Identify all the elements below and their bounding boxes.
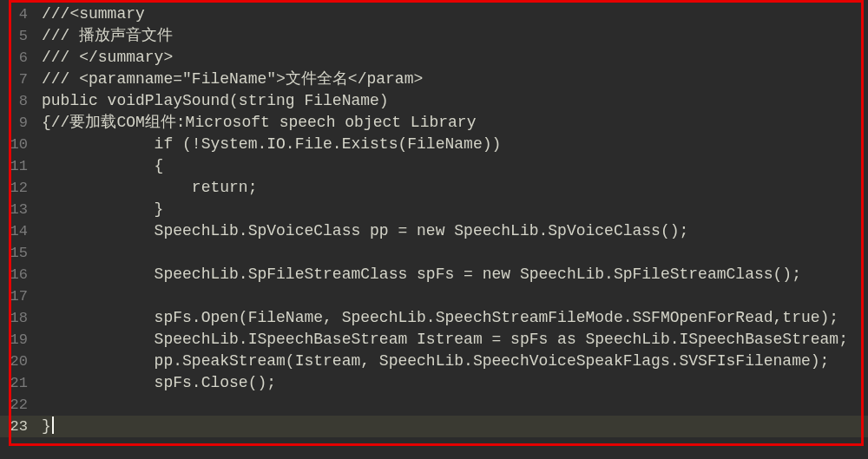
code-text[interactable]: SpeechLib.SpVoiceClass pp = new SpeechLi… (30, 220, 868, 242)
code-line[interactable]: 12 return; (0, 177, 868, 199)
code-text[interactable]: {//要加载COM组件:Microsoft speech object Libr… (30, 112, 868, 134)
code-line[interactable]: 9{//要加载COM组件:Microsoft speech object Lib… (0, 112, 868, 134)
code-line[interactable]: 19 SpeechLib.ISpeechBaseStream Istream =… (0, 329, 868, 351)
code-line[interactable]: 16 SpeechLib.SpFileStreamClass spFs = ne… (0, 264, 868, 285)
code-text[interactable]: /// 播放声音文件 (30, 25, 868, 47)
line-number: 17 (0, 285, 30, 307)
code-text[interactable] (30, 242, 868, 264)
code-line[interactable]: 7/// <paramname="FileName">文件全名</param> (0, 69, 868, 90)
line-number: 15 (0, 242, 30, 264)
line-number: 20 (0, 351, 30, 372)
line-number: 9 (0, 112, 30, 134)
code-line[interactable]: 21 spFs.Close(); (0, 372, 868, 394)
code-line[interactable]: 4///<summary (0, 3, 868, 25)
code-text[interactable]: return; (30, 177, 868, 199)
code-line[interactable]: 11 { (0, 155, 868, 177)
line-number: 5 (0, 25, 30, 47)
code-text[interactable]: if (!System.IO.File.Exists(FileName)) (30, 134, 868, 155)
line-number: 19 (0, 329, 30, 351)
code-line[interactable]: 6/// </summary> (0, 47, 868, 69)
code-line[interactable]: 10 if (!System.IO.File.Exists(FileName)) (0, 134, 868, 155)
line-number: 14 (0, 220, 30, 242)
line-number: 8 (0, 90, 30, 112)
code-text[interactable]: spFs.Close(); (30, 372, 868, 394)
code-text[interactable]: /// <paramname="FileName">文件全名</param> (30, 69, 868, 90)
text-cursor (52, 416, 54, 434)
code-text[interactable]: } (30, 199, 868, 220)
code-text[interactable]: public voidPlaySound(string FileName) (30, 90, 868, 112)
line-number: 10 (0, 134, 30, 155)
code-text[interactable] (30, 285, 868, 307)
line-number: 11 (0, 155, 30, 177)
code-lines-container: 4///<summary5/// 播放声音文件6/// </summary>7/… (0, 0, 868, 437)
code-line[interactable]: 13 } (0, 199, 868, 220)
line-number: 21 (0, 372, 30, 394)
code-line[interactable]: 5/// 播放声音文件 (0, 25, 868, 47)
line-number: 22 (0, 394, 30, 416)
line-number: 7 (0, 69, 30, 90)
code-text[interactable]: pp.SpeakStream(Istream, SpeechLib.Speech… (30, 351, 868, 372)
code-text[interactable]: /// </summary> (30, 47, 868, 69)
line-number: 4 (0, 3, 30, 25)
code-text[interactable]: SpeechLib.ISpeechBaseStream Istream = sp… (30, 329, 868, 351)
line-number: 13 (0, 199, 30, 220)
code-line[interactable]: 22 (0, 394, 868, 416)
line-number: 6 (0, 47, 30, 69)
code-line[interactable]: 17 (0, 285, 868, 307)
code-text[interactable]: ///<summary (30, 3, 868, 25)
line-number: 16 (0, 264, 30, 285)
code-line[interactable]: 18 spFs.Open(FileName, SpeechLib.SpeechS… (0, 307, 868, 329)
code-text[interactable]: } (30, 416, 868, 437)
line-number: 18 (0, 307, 30, 329)
line-number: 12 (0, 177, 30, 199)
code-text[interactable]: SpeechLib.SpFileStreamClass spFs = new S… (30, 264, 868, 285)
code-editor[interactable]: 4///<summary5/// 播放声音文件6/// </summary>7/… (0, 0, 868, 459)
code-text[interactable]: spFs.Open(FileName, SpeechLib.SpeechStre… (30, 307, 868, 329)
code-line[interactable]: 14 SpeechLib.SpVoiceClass pp = new Speec… (0, 220, 868, 242)
code-line[interactable]: 8public voidPlaySound(string FileName) (0, 90, 868, 112)
code-line[interactable]: 23} (0, 416, 868, 437)
line-number: 23 (0, 416, 30, 437)
code-text[interactable]: { (30, 155, 868, 177)
code-text[interactable] (30, 394, 868, 416)
code-line[interactable]: 20 pp.SpeakStream(Istream, SpeechLib.Spe… (0, 351, 868, 372)
code-line[interactable]: 15 (0, 242, 868, 264)
